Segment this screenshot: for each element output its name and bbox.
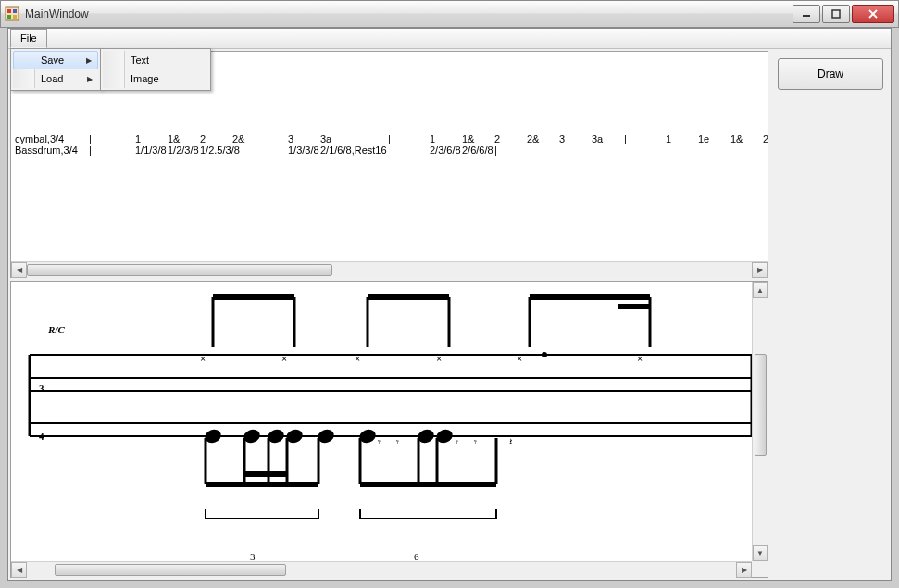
tuplet-6: 6 <box>414 551 419 561</box>
window-title: MainWindow <box>25 7 791 20</box>
text-cell: 2& <box>527 133 559 144</box>
svg-rect-3 <box>7 15 11 19</box>
svg-rect-1 <box>7 9 11 13</box>
submenu-arrow-icon: ▶ <box>87 75 93 83</box>
hscroll-thumb[interactable] <box>27 264 332 276</box>
scroll-left-icon[interactable]: ◀ <box>11 562 27 578</box>
svg-rect-6 <box>832 10 840 18</box>
text-row: Bassdrum,3/4|1/1/3/81/2/3/81/2.5/3/81/3/… <box>11 144 768 156</box>
notation-content: R/C 3 4 <box>11 282 752 561</box>
text-cell: 1& <box>730 133 763 144</box>
app-icon <box>5 6 19 21</box>
text-cell: 1 <box>430 133 462 144</box>
maximize-button[interactable] <box>822 5 850 23</box>
text-cell: 1& <box>462 133 494 144</box>
menu-file-dropdown: Save ▶ Load ▶ <box>10 48 101 91</box>
svg-text:×: × <box>200 353 206 364</box>
text-cell: 1 <box>666 133 698 144</box>
text-cell: 2 <box>494 133 527 144</box>
text-cell: Bassdrum,3/4 <box>15 144 89 156</box>
svg-text:×: × <box>281 353 287 364</box>
svg-rect-4 <box>13 15 17 19</box>
svg-text:×: × <box>436 353 442 364</box>
text-cell: 3a <box>592 133 624 144</box>
svg-text:×: × <box>517 353 522 364</box>
text-cell: 2 <box>200 133 232 144</box>
time-sig-top: 3 <box>39 382 44 394</box>
svg-point-31 <box>542 352 547 357</box>
submenu-arrow-icon: ▶ <box>86 56 92 65</box>
main-content: cymbal,3/4|11&22&33a|11&22&33a|11e1&22Ba… <box>8 49 891 580</box>
vscroll-thumb[interactable] <box>755 354 767 456</box>
title-bar: MainWindow <box>0 0 899 28</box>
text-cell: 1& <box>168 133 200 144</box>
text-cell: | <box>89 133 135 144</box>
text-cell: | <box>388 133 430 144</box>
menu-strip: File Save ▶ Load ▶ Text Image <box>8 29 891 49</box>
menu-load[interactable]: Load ▶ <box>13 69 98 88</box>
scroll-down-icon[interactable]: ▼ <box>753 545 768 561</box>
menu-save-submenu: Text Image <box>100 48 211 91</box>
svg-text:𝄾: 𝄾 <box>378 440 381 444</box>
minimize-button[interactable] <box>793 5 820 23</box>
close-button[interactable] <box>852 5 894 23</box>
text-cell: 1/2.5/3/8 <box>200 144 232 156</box>
right-pane: Draw <box>770 49 891 580</box>
notation-label: R/C <box>47 324 65 335</box>
left-pane: cymbal,3/4|11&22&33a|11&22&33a|11e1&22Ba… <box>8 49 770 580</box>
text-cell: 3 <box>288 133 320 144</box>
scroll-left-icon[interactable]: ◀ <box>11 262 27 278</box>
text-cell: 2/3/6/8 <box>430 144 462 156</box>
scroll-right-icon[interactable]: ▶ <box>752 262 768 278</box>
text-cell: | <box>89 144 135 156</box>
menu-save[interactable]: Save ▶ <box>13 51 98 69</box>
scroll-right-icon[interactable]: ▶ <box>736 562 752 578</box>
menu-file[interactable]: File <box>10 29 47 48</box>
menu-save-label: Save <box>41 55 64 66</box>
svg-rect-2 <box>13 9 17 13</box>
text-cell: 2/6/6/8 <box>462 144 494 156</box>
svg-text:×: × <box>355 353 360 364</box>
svg-text:𝄾: 𝄾 <box>456 440 458 444</box>
hscroll-thumb[interactable] <box>55 564 286 576</box>
text-cell: 1/2/3/8 <box>168 144 200 156</box>
notation-panel: R/C 3 4 <box>10 281 768 578</box>
menu-save-image[interactable]: Image <box>103 69 208 88</box>
text-row: cymbal,3/4|11&22&33a|11&22&33a|11e1&22 <box>11 133 768 144</box>
menu-load-label: Load <box>41 73 63 84</box>
text-panel-hscrollbar[interactable]: ◀ ▶ <box>11 261 768 277</box>
svg-text:×: × <box>637 353 643 364</box>
text-cell: 1/3/3/8 <box>288 144 320 156</box>
tuplet-3: 3 <box>250 551 256 561</box>
scrollbar-corner <box>752 561 768 577</box>
text-cell: 2/1/6/8,Rest16 <box>320 144 388 156</box>
text-cell: 2 <box>763 133 768 144</box>
notation-hscrollbar[interactable]: ◀ ▶ <box>11 561 752 577</box>
text-cell: | <box>624 133 666 144</box>
svg-text:𝄾: 𝄾 <box>396 440 399 444</box>
menu-save-text[interactable]: Text <box>103 51 208 69</box>
text-cell: 1/1/3/8 <box>135 144 168 156</box>
scroll-up-icon[interactable]: ▲ <box>753 282 768 298</box>
svg-text:𝄽: 𝄽 <box>509 438 512 445</box>
text-cell: cymbal,3/4 <box>15 133 89 144</box>
window-buttons <box>791 5 894 23</box>
time-sig-bot: 4 <box>39 431 44 442</box>
text-cell: 1e <box>698 133 730 144</box>
notation-vscrollbar[interactable]: ▲ ▼ <box>752 282 768 561</box>
text-cell: 3 <box>559 133 592 144</box>
text-cell: 3a <box>320 133 388 144</box>
text-cell: | <box>494 144 527 156</box>
svg-text:𝄾: 𝄾 <box>474 440 477 444</box>
draw-button[interactable]: Draw <box>778 58 883 90</box>
text-cell: 2& <box>232 133 288 144</box>
client-area: File Save ▶ Load ▶ Text Image cymbal <box>7 28 892 581</box>
text-cell: 1 <box>135 133 168 144</box>
